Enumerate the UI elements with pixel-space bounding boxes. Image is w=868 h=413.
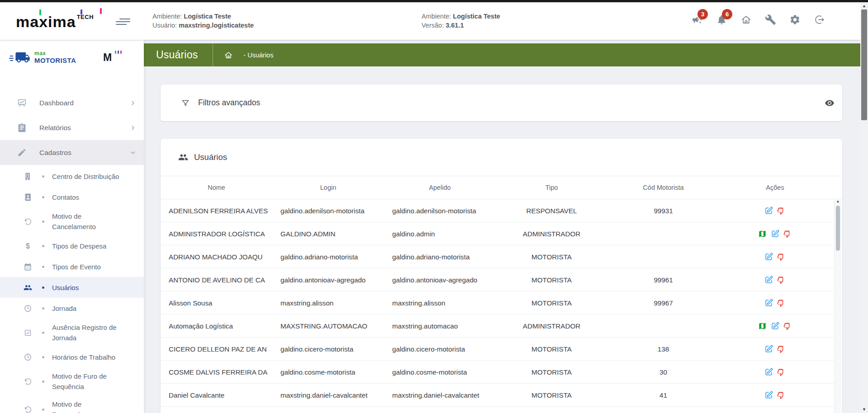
- cell-cod-motorista: 99967: [607, 299, 719, 307]
- sidebar-item-label: Motivo de Furo de Sequência: [52, 371, 121, 392]
- breadcrumb: - Usuários: [243, 52, 273, 59]
- logo-blue-tick: [81, 9, 82, 14]
- cell-apelido: galdino.cicero-motorista: [384, 345, 496, 353]
- cell-tipo: MOTORISTA: [496, 368, 607, 376]
- deactivate-thumbdown-icon[interactable]: [777, 253, 786, 261]
- home-icon[interactable]: [740, 14, 752, 25]
- maxima-tech-logo: maximaTECH: [16, 11, 106, 32]
- sidebar-item-tipos-despesa[interactable]: $Tipos de Despesa: [0, 235, 144, 256]
- advanced-filters-panel[interactable]: Filtros avançados: [161, 84, 842, 121]
- cell-apelido: maxstring.automacao: [384, 322, 496, 330]
- clock-icon: [24, 353, 32, 361]
- table-row: Automação LogísticaMAXSTRING.AUTOMACAOma…: [161, 314, 842, 338]
- map-action-icon[interactable]: [758, 322, 767, 330]
- edit-action-icon[interactable]: [764, 391, 773, 399]
- tools-wrench-icon[interactable]: [765, 14, 776, 25]
- sidebar-item-dashboard[interactable]: Dashboard: [0, 90, 144, 115]
- bullet-dot: [42, 196, 44, 198]
- top-black-strip: [0, 0, 868, 2]
- table-body: ADENILSON FERREIRA ALVESgaldino.adenilso…: [161, 199, 842, 413]
- cell-cod-motorista: 99961: [607, 276, 719, 284]
- cell-tipo: ADMINISTRADOR: [496, 230, 607, 238]
- cell-acoes: [719, 253, 831, 261]
- max-motorista-logo: max MOTORISTA M: [0, 40, 144, 76]
- edit-action-icon[interactable]: [764, 345, 773, 353]
- table-scroll-up-arrow[interactable]: ▲: [835, 198, 841, 205]
- maxima-mark: M: [103, 52, 112, 64]
- table-row: EROELDO NOGUEIRA DO NAgaldino.eroeldo-mo…: [161, 407, 842, 413]
- menu-toggle-button[interactable]: [116, 17, 131, 27]
- undo-icon: [24, 217, 32, 226]
- sidebar-item-centro-distribuicao[interactable]: Centro de Distribuição: [0, 166, 144, 187]
- map-action-icon[interactable]: [758, 230, 767, 238]
- cell-apelido: galdino.cosme-motorista: [384, 368, 496, 376]
- sidebar-item-cadastros[interactable]: Cadastros: [0, 140, 144, 165]
- breadcrumb-home-icon[interactable]: [224, 51, 233, 60]
- logo-pink-tick: [100, 8, 102, 14]
- undo-icon: [24, 405, 32, 413]
- clock-icon: [24, 304, 32, 313]
- announcements-icon[interactable]: 3: [692, 14, 703, 25]
- cell-apelido: maxstring.daniel-cavalcantet: [384, 391, 496, 399]
- edit-action-icon[interactable]: [764, 206, 773, 215]
- eye-toggle-icon[interactable]: [824, 98, 835, 108]
- sidebar-item-motivo-furo-sequencia[interactable]: Motivo de Furo de Sequência: [0, 367, 144, 395]
- page-scroll-down-arrow[interactable]: ▼: [860, 406, 868, 413]
- contacts-icon: [24, 193, 32, 202]
- cell-login: galdino.cicero-motorista: [272, 345, 384, 353]
- deactivate-thumbdown-icon[interactable]: [783, 230, 792, 238]
- sidebar-item-relatorios[interactable]: Relatórios: [0, 115, 144, 140]
- notifications-badge: 6: [722, 9, 732, 19]
- sidebar-item-label: Motivo de Cancelamento: [52, 211, 121, 232]
- table-row: CICERO DELLEON PAZ DE ANgaldino.cicero-m…: [161, 338, 842, 361]
- main-content: Usuários - Usuários Filtros avançados Us…: [144, 40, 860, 413]
- sidebar-item-usuarios[interactable]: Usuários: [0, 277, 144, 298]
- page-scroll-thumb[interactable]: [861, 9, 867, 120]
- deactivate-thumbdown-icon[interactable]: [777, 368, 786, 376]
- edit-action-icon[interactable]: [764, 253, 773, 261]
- page-scrollbar[interactable]: ▲ ▼: [860, 2, 868, 413]
- table-title: Usuários: [194, 152, 227, 162]
- deactivate-thumbdown-icon[interactable]: [777, 299, 786, 307]
- cell-nome: CICERO DELLEON PAZ DE AN: [161, 345, 272, 353]
- sidebar-item-motivo-reagendamento[interactable]: Motivo de Reagendamento: [0, 395, 144, 413]
- filter-funnel-icon: [181, 99, 190, 108]
- cell-acoes: [719, 230, 831, 238]
- deactivate-thumbdown-icon[interactable]: [777, 206, 786, 215]
- edit-action-icon[interactable]: [771, 322, 779, 330]
- cell-nome: ADMINISTRADOR LOGÍSTICA: [161, 230, 272, 238]
- sidebar-item-horarios-trabalho[interactable]: Horários de Trabalho: [0, 347, 144, 367]
- ambiente-value-2: Logística Teste: [453, 13, 500, 20]
- edit-action-icon[interactable]: [771, 230, 779, 238]
- table-scroll-thumb[interactable]: [836, 206, 840, 251]
- sidebar-item-tipos-evento[interactable]: Tipos de Evento: [0, 256, 144, 277]
- bullet-dot: [42, 286, 44, 289]
- deactivate-thumbdown-icon[interactable]: [777, 345, 786, 353]
- sidebar-item-ausencia-registro-jornada[interactable]: Ausência Registro de Jornada: [0, 319, 144, 347]
- deactivate-thumbdown-icon[interactable]: [783, 322, 792, 330]
- bullet-dot: [42, 408, 44, 411]
- sidebar-item-contatos[interactable]: Contatos: [0, 187, 144, 207]
- page-scroll-up-arrow[interactable]: ▲: [860, 2, 868, 9]
- usuario-value: maxstring.logisticateste: [179, 22, 254, 29]
- users-table-panel: Usuários NomeLoginApelidoTipoCód Motoris…: [161, 139, 842, 413]
- brand-suffix: TECH: [77, 14, 94, 20]
- deactivate-thumbdown-icon[interactable]: [777, 276, 786, 284]
- edit-action-icon[interactable]: [764, 368, 773, 376]
- sidebar-item-label: Dashboard: [39, 99, 74, 107]
- sidebar-item-motivo-cancelamento[interactable]: Motivo de Cancelamento: [0, 207, 144, 235]
- checkbox-icon: [24, 329, 32, 337]
- table-scrollbar[interactable]: ▲: [834, 198, 841, 413]
- cell-nome: ADENILSON FERREIRA ALVES: [161, 207, 272, 215]
- sidebar-item-jornada[interactable]: Jornada: [0, 298, 144, 319]
- settings-gear-icon[interactable]: [789, 14, 801, 25]
- notifications-bell-icon[interactable]: 6: [716, 14, 727, 25]
- cell-cod-motorista: 99931: [607, 207, 719, 215]
- brand-text: maxima: [16, 13, 76, 30]
- deactivate-thumbdown-icon[interactable]: [777, 391, 786, 399]
- logout-icon[interactable]: [814, 14, 825, 25]
- app-window: maximaTECH Ambiente: Logística Teste Usu…: [0, 0, 868, 413]
- table-title-row: Usuários: [161, 139, 842, 176]
- edit-action-icon[interactable]: [764, 276, 773, 284]
- edit-action-icon[interactable]: [764, 299, 773, 307]
